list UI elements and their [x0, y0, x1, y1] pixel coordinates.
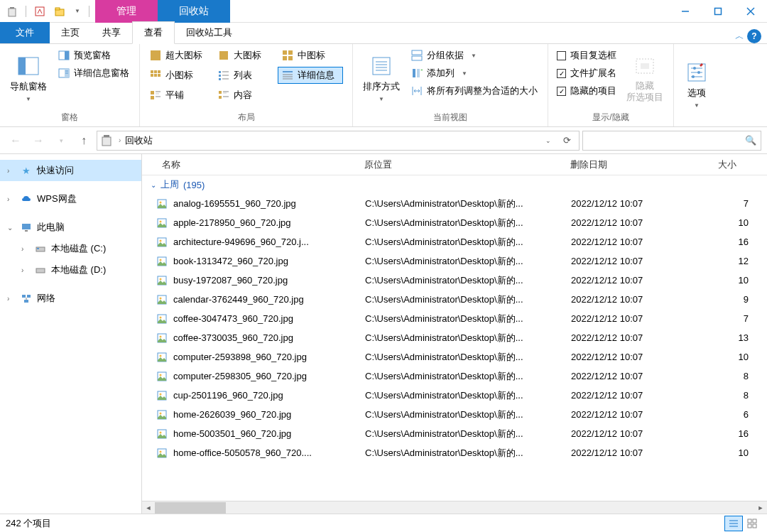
minimize-button[interactable]: [669, 0, 702, 23]
chevron-right-icon[interactable]: ›: [7, 167, 16, 175]
group-header[interactable]: ⌄ 上周 (195): [142, 175, 767, 194]
file-row[interactable]: analog-1695551_960_720.jpgC:\Users\Admin…: [142, 194, 767, 213]
chevron-right-icon[interactable]: ›: [21, 266, 30, 274]
back-button[interactable]: ←: [6, 131, 26, 151]
chevron-right-icon[interactable]: ›: [119, 136, 121, 144]
svg-rect-27: [154, 74, 157, 77]
file-row[interactable]: home-5003501_960_720.jpgC:\Users\Adminis…: [142, 424, 767, 443]
svg-rect-68: [102, 137, 111, 146]
scroll-right-icon[interactable]: ►: [754, 501, 767, 514]
view-content[interactable]: 内容: [214, 87, 275, 104]
svg-rect-76: [27, 295, 31, 298]
view-m-icons[interactable]: 中图标: [278, 47, 339, 64]
thumbnails-view-button[interactable]: [743, 516, 761, 531]
chevron-right-icon[interactable]: ›: [7, 295, 16, 303]
context-tab-manage[interactable]: 管理: [95, 0, 158, 23]
column-name[interactable]: 名称: [156, 158, 359, 171]
recent-dropdown[interactable]: ▾: [51, 131, 71, 151]
files-scroll[interactable]: ⌄ 上周 (195) analog-1695551_960_720.jpgC:\…: [142, 175, 767, 501]
file-row[interactable]: architecture-949696_960_720.j...C:\Users…: [142, 232, 767, 251]
svg-rect-18: [219, 51, 228, 60]
file-row[interactable]: busy-1972087_960_720.jpgC:\Users\Adminis…: [142, 271, 767, 290]
file-size: 12: [713, 256, 749, 266]
svg-rect-17: [151, 50, 161, 60]
view-l-icons[interactable]: 大图标: [214, 47, 275, 64]
chevron-down-icon[interactable]: ⌄: [7, 224, 16, 232]
file-ext-toggle[interactable]: ✓文件扩展名: [554, 65, 619, 82]
address-bar[interactable]: › 回收站 ⌄ ⟳: [97, 131, 580, 151]
qat-dropdown[interactable]: ▼: [72, 8, 83, 14]
search-box[interactable]: 🔍: [582, 131, 761, 151]
view-details[interactable]: 详细信息: [278, 67, 343, 84]
nav-pane-button[interactable]: 导航窗格 ▼: [6, 47, 51, 110]
search-icon[interactable]: 🔍: [745, 135, 756, 146]
hidden-items-toggle[interactable]: ✓隐藏的项目: [554, 82, 619, 99]
chevron-right-icon[interactable]: ›: [21, 245, 30, 253]
preview-pane-button[interactable]: 预览窗格: [54, 47, 134, 64]
refresh-button[interactable]: ⟳: [557, 131, 576, 150]
file-row[interactable]: computer-2593898_960_720.jpgC:\Users\Adm…: [142, 347, 767, 367]
collapse-ribbon-icon[interactable]: ︿: [735, 30, 744, 43]
tab-home[interactable]: 主页: [50, 22, 91, 43]
group-by-button[interactable]: 分组依据▼: [407, 47, 542, 64]
close-button[interactable]: [734, 0, 767, 23]
file-row[interactable]: home-office-5050578_960_720....C:\Users\…: [142, 443, 767, 462]
add-column-button[interactable]: +添加列▼: [407, 65, 542, 82]
column-location[interactable]: 原位置: [359, 158, 565, 171]
file-row[interactable]: computer-2598305_960_720.jpgC:\Users\Adm…: [142, 367, 767, 386]
file-row[interactable]: coffee-3730035_960_720.jpgC:\Users\Admin…: [142, 328, 767, 347]
svg-point-65: [693, 67, 696, 70]
hide-selected-button[interactable]: 隐藏 所选项目: [622, 47, 668, 110]
details-pane-button[interactable]: 详细信息窗格: [54, 65, 134, 82]
tab-recycle-tools[interactable]: 回收站工具: [175, 22, 244, 43]
label: 此电脑: [37, 221, 65, 234]
view-xl-icons[interactable]: 超大图标: [146, 47, 211, 64]
tree-wps[interactable]: ›WPS网盘: [0, 188, 141, 210]
sort-by-button[interactable]: 排序方式 ▼: [359, 47, 404, 110]
details-view-button[interactable]: [724, 516, 743, 531]
tree-drive-d[interactable]: ›本地磁盘 (D:): [0, 259, 141, 281]
group-label: 当前视图: [359, 110, 542, 125]
view-s-icons[interactable]: 小图标: [146, 67, 211, 84]
file-row[interactable]: home-2626039_960_720.jpgC:\Users\Adminis…: [142, 405, 767, 424]
qat-properties-icon[interactable]: [32, 4, 48, 19]
tree-quick-access[interactable]: ›★快速访问: [0, 160, 141, 181]
file-row[interactable]: calendar-3762449_960_720.jpgC:\Users\Adm…: [142, 290, 767, 309]
qat-folder-icon[interactable]: [52, 4, 67, 19]
tab-file[interactable]: 文件: [0, 22, 50, 43]
tab-view[interactable]: 查看: [132, 21, 175, 44]
file-row[interactable]: book-1313472_960_720.jpgC:\Users\Adminis…: [142, 251, 767, 271]
tab-share[interactable]: 共享: [91, 22, 132, 43]
svg-rect-0: [9, 9, 16, 16]
chevron-right-icon[interactable]: ›: [7, 195, 16, 203]
separator: [26, 6, 26, 17]
view-list[interactable]: 列表: [214, 67, 275, 84]
label: 小图标: [165, 69, 193, 82]
forward-button[interactable]: →: [28, 131, 48, 151]
recycle-bin-icon: [100, 134, 114, 148]
column-date[interactable]: 删除日期: [565, 158, 707, 171]
file-row[interactable]: apple-2178950_960_720.jpgC:\Users\Admini…: [142, 213, 767, 232]
file-location: C:\Users\Administrator\Desktop\新的...: [365, 197, 571, 210]
up-button[interactable]: ↑: [74, 131, 94, 151]
view-tiles[interactable]: 平铺: [146, 87, 211, 104]
label: 中图标: [298, 49, 325, 62]
horizontal-scrollbar[interactable]: ◄ ►: [142, 501, 767, 514]
options-button[interactable]: 选项 ▼: [680, 47, 714, 122]
label: 内容: [234, 89, 252, 102]
help-icon[interactable]: ?: [747, 29, 761, 43]
column-size[interactable]: 大小: [707, 158, 742, 171]
file-row[interactable]: coffee-3047473_960_720.jpgC:\Users\Admin…: [142, 309, 767, 328]
scroll-left-icon[interactable]: ◄: [142, 501, 155, 514]
tree-thispc[interactable]: ⌄此电脑: [0, 217, 141, 238]
file-row[interactable]: cup-2501196_960_720.jpgC:\Users\Administ…: [142, 386, 767, 405]
svg-rect-42: [151, 96, 154, 99]
fit-columns-button[interactable]: 将所有列调整为合适的大小: [407, 82, 542, 99]
search-input[interactable]: [587, 135, 745, 146]
tree-drive-c[interactable]: ›本地磁盘 (C:): [0, 238, 141, 259]
item-checkboxes-toggle[interactable]: 项目复选框: [554, 47, 619, 64]
tree-network[interactable]: ›网络: [0, 288, 141, 309]
address-dropdown[interactable]: ⌄: [539, 131, 557, 150]
scroll-thumb[interactable]: [155, 502, 226, 514]
maximize-button[interactable]: [702, 0, 734, 23]
